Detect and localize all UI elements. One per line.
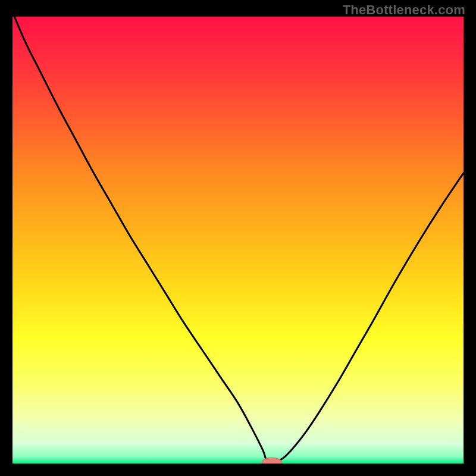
plot-area [12,17,464,464]
bottleneck-chart-svg [12,17,464,464]
gradient-background [12,17,464,464]
watermark-text: TheBottleneck.com [343,2,465,18]
chart-frame: TheBottleneck.com [0,0,476,476]
